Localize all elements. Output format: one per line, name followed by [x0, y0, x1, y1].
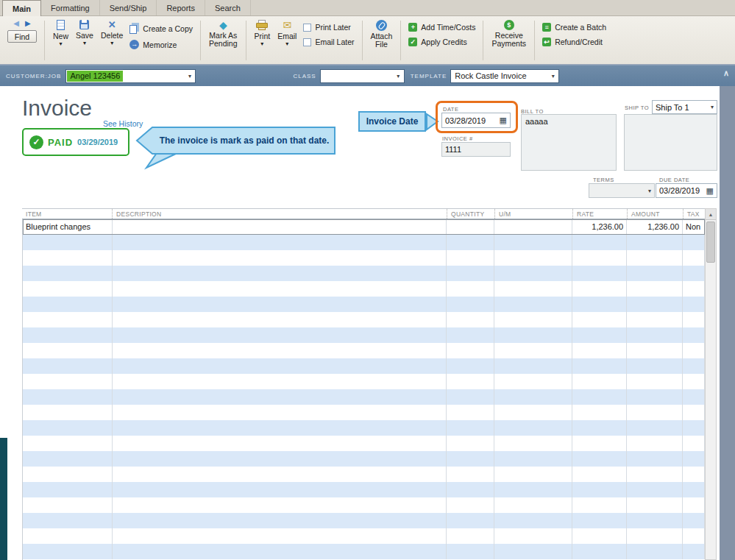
cell-amount[interactable] [627, 451, 683, 467]
cell-item[interactable] [23, 235, 113, 250]
dropdown-arrow-icon[interactable]: ▾ [393, 73, 404, 79]
cell-quantity[interactable] [447, 467, 494, 482]
cell-tax[interactable] [683, 235, 705, 250]
cell-item[interactable] [23, 497, 113, 513]
cell-tax[interactable] [683, 451, 705, 467]
tab-reports[interactable]: Reports [157, 0, 205, 15]
cell-um[interactable] [494, 219, 572, 235]
cell-tax[interactable] [683, 358, 705, 374]
cell-item[interactable] [23, 312, 113, 327]
cell-rate[interactable] [572, 467, 627, 482]
cell-um[interactable] [494, 327, 572, 343]
cell-amount[interactable] [627, 420, 683, 436]
cell-um[interactable] [494, 497, 572, 513]
cell-description[interactable] [113, 482, 447, 497]
cell-tax[interactable] [683, 281, 705, 297]
cell-tax[interactable] [683, 389, 705, 405]
cell-item[interactable] [23, 281, 113, 297]
date-field[interactable]: 03/28/2019 ▦ [441, 113, 511, 128]
cell-item[interactable] [23, 513, 113, 528]
cell-item[interactable] [23, 482, 113, 497]
cell-description[interactable] [113, 405, 447, 420]
create-batch-button[interactable]: ≡ Create a Batch [542, 23, 606, 32]
cell-um[interactable] [494, 451, 572, 467]
cell-quantity[interactable] [447, 513, 494, 528]
cell-item[interactable] [23, 405, 113, 420]
tab-send-ship[interactable]: Send/Ship [100, 0, 157, 15]
cell-description[interactable] [113, 312, 447, 327]
cell-rate[interactable] [572, 528, 627, 544]
cell-amount[interactable] [627, 312, 683, 327]
ship-to-dropdown[interactable]: Ship To 1 ▾ [652, 100, 717, 114]
line-item-row[interactable] [23, 343, 705, 358]
cell-description[interactable] [113, 513, 447, 528]
cell-um[interactable] [494, 482, 572, 497]
checkbox-icon[interactable] [303, 24, 311, 32]
cell-amount[interactable] [627, 358, 683, 374]
cell-description[interactable] [113, 235, 447, 250]
cell-rate[interactable] [572, 436, 627, 451]
cell-rate[interactable] [572, 544, 627, 559]
cell-description[interactable] [113, 389, 447, 405]
cell-rate[interactable] [572, 297, 627, 312]
cell-rate[interactable] [572, 343, 627, 358]
cell-tax[interactable] [683, 544, 705, 559]
dropdown-arrow-icon[interactable]: ▾ [648, 188, 651, 194]
cell-tax[interactable] [683, 528, 705, 544]
cell-amount[interactable] [627, 405, 683, 420]
cell-amount[interactable] [627, 544, 683, 559]
cell-description[interactable] [113, 374, 447, 389]
cell-quantity[interactable] [447, 497, 494, 513]
cell-description[interactable] [113, 219, 447, 235]
class-dropdown[interactable]: ▾ [320, 69, 405, 83]
print-button[interactable]: Print ▾ [251, 18, 274, 46]
cell-tax[interactable] [683, 436, 705, 451]
memorize-button[interactable]: → Memorize [129, 40, 193, 49]
line-item-row[interactable] [23, 451, 705, 467]
cell-quantity[interactable] [447, 389, 494, 405]
cell-quantity[interactable] [447, 297, 494, 312]
cell-amount[interactable] [627, 297, 683, 312]
cell-um[interactable] [494, 389, 572, 405]
cell-item[interactable] [23, 343, 113, 358]
cell-rate[interactable] [572, 451, 627, 467]
cell-description[interactable] [113, 281, 447, 297]
cell-item[interactable] [23, 528, 113, 544]
scrollbar-thumb[interactable] [706, 221, 715, 263]
cell-item[interactable] [23, 436, 113, 451]
cell-tax[interactable] [683, 312, 705, 327]
cell-rate[interactable] [572, 266, 627, 281]
cell-um[interactable] [494, 544, 572, 559]
cell-rate[interactable] [572, 235, 627, 250]
dropdown-arrow-icon[interactable]: ▾ [184, 73, 195, 79]
line-item-row[interactable] [23, 436, 705, 451]
cell-rate[interactable] [572, 497, 627, 513]
bill-to-box[interactable]: aaaaa [521, 114, 617, 171]
cell-item[interactable] [23, 374, 113, 389]
cell-tax[interactable] [683, 327, 705, 343]
cell-amount[interactable] [627, 281, 683, 297]
line-item-row[interactable] [23, 497, 705, 513]
cell-quantity[interactable] [447, 219, 494, 235]
cell-amount[interactable] [627, 250, 683, 266]
line-item-row[interactable] [23, 327, 705, 343]
refund-credit-button[interactable]: ↩ Refund/Credit [542, 38, 606, 46]
cell-tax[interactable] [683, 497, 705, 513]
cell-amount[interactable] [627, 374, 683, 389]
line-item-row[interactable] [23, 420, 705, 436]
cell-item[interactable] [23, 420, 113, 436]
attach-file-button[interactable]: Attach File [367, 18, 397, 49]
cell-amount[interactable] [627, 343, 683, 358]
cell-rate[interactable] [572, 513, 627, 528]
cell-quantity[interactable] [447, 343, 494, 358]
cell-rate[interactable] [572, 374, 627, 389]
cell-tax[interactable]: Non [683, 219, 705, 235]
cell-quantity[interactable] [447, 482, 494, 497]
line-item-row[interactable] [23, 528, 705, 544]
forward-arrow-icon[interactable]: ▶ [25, 19, 31, 27]
cell-item[interactable] [23, 327, 113, 343]
mark-as-pending-button[interactable]: ◆ Mark As Pending [205, 18, 241, 48]
cell-um[interactable] [494, 513, 572, 528]
cell-amount[interactable] [627, 266, 683, 281]
cell-amount[interactable] [627, 467, 683, 482]
